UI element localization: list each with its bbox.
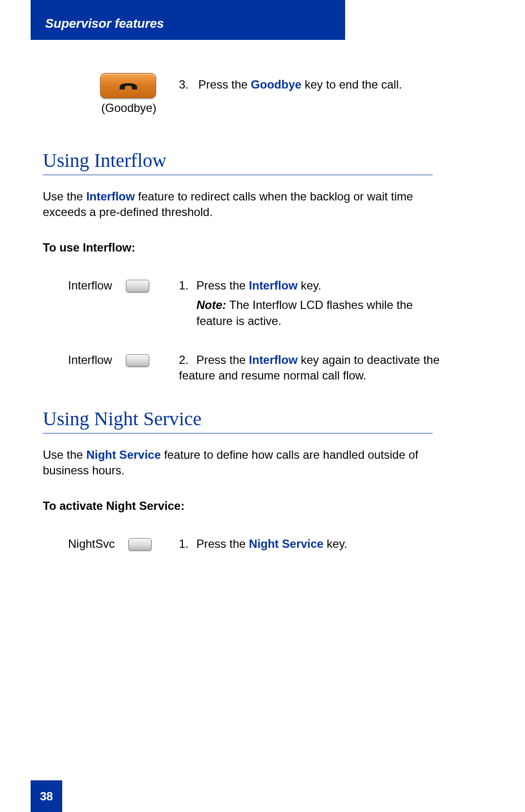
text: key to end the call. <box>301 78 402 91</box>
page-number: 38 <box>40 790 53 803</box>
softkey-button-icon <box>128 538 152 551</box>
goodbye-step: (Goodbye) 3. Press the Goodbye key to en… <box>43 73 441 115</box>
goodbye-button <box>100 73 156 98</box>
text: Press the <box>196 537 249 550</box>
header-title: Supervisor features <box>45 16 164 31</box>
section-heading-night: Using Night Service <box>43 407 433 433</box>
interflow-intro: Use the Interflow feature to redirect ca… <box>43 189 433 220</box>
night-key-name: Night Service <box>86 448 160 461</box>
step-number: 2. <box>179 352 196 368</box>
interflow-subheading: To use Interflow: <box>43 241 441 254</box>
section-heading-interflow: Using Interflow <box>43 149 433 175</box>
goodbye-label: (Goodbye) <box>100 101 156 115</box>
softkey-button-icon <box>126 280 149 292</box>
goodbye-key-name: Goodbye <box>251 78 301 91</box>
interflow-step-1: Interflow 1.Press the Interflow key. Not… <box>43 278 441 329</box>
page-number-box: 38 <box>31 780 62 812</box>
interflow-key-name: Interflow <box>86 190 135 203</box>
page-content: (Goodbye) 3. Press the Goodbye key to en… <box>43 73 441 575</box>
goodbye-key-visual: (Goodbye) <box>43 73 179 115</box>
interflow-key-name: Interflow <box>249 353 298 366</box>
text: Use the <box>43 448 86 461</box>
step-number: 3. <box>179 78 189 91</box>
softkey-label: Interflow <box>68 279 112 292</box>
note-text: The Interflow LCD flashes while the feat… <box>196 298 413 327</box>
phone-hangup-icon <box>118 80 139 91</box>
text: Press the <box>196 279 249 292</box>
step-instruction: 2.Press the Interflow key again to deact… <box>179 352 441 384</box>
softkey-label: Interflow <box>68 353 112 367</box>
softkey-visual: Interflow <box>43 278 179 292</box>
night-key-name: Night Service <box>249 537 323 550</box>
interflow-key-name: Interflow <box>249 279 298 292</box>
step-number: 1. <box>179 278 196 293</box>
night-service-section: Using Night Service Use the Night Servic… <box>43 407 441 552</box>
goodbye-instruction: 3. Press the Goodbye key to end the call… <box>179 73 441 92</box>
softkey-visual: Interflow <box>43 352 179 367</box>
step-number: 1. <box>179 536 196 552</box>
interflow-step-2: Interflow 2.Press the Interflow key agai… <box>43 352 441 384</box>
text: Press the <box>198 78 251 91</box>
note-label: Note: <box>196 298 226 311</box>
text: Use the <box>43 190 86 203</box>
text: key. <box>323 537 347 550</box>
text: key. <box>298 279 321 292</box>
night-subheading: To activate Night Service: <box>43 499 441 513</box>
night-step-1: NightSvc 1.Press the Night Service key. <box>43 536 441 552</box>
step-instruction: 1.Press the Interflow key. Note: The Int… <box>179 278 441 329</box>
softkey-button-icon <box>126 354 149 367</box>
header-bar: Supervisor features <box>31 0 345 40</box>
softkey-visual: NightSvc <box>43 536 179 551</box>
step-instruction: 1.Press the Night Service key. <box>179 536 441 552</box>
night-intro: Use the Night Service feature to define … <box>43 447 433 479</box>
text: Press the <box>196 353 249 366</box>
softkey-label: NightSvc <box>68 537 115 551</box>
